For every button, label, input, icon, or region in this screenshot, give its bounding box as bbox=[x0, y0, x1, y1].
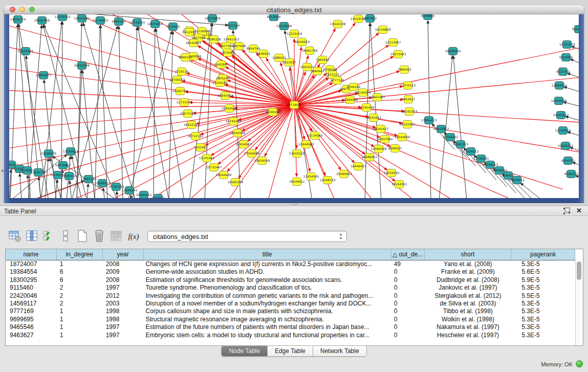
tab-edge-table[interactable]: Edge Table bbox=[268, 346, 313, 356]
cell-name: 9777169 bbox=[6, 308, 57, 315]
show-column-icon[interactable] bbox=[25, 229, 39, 244]
svg-text:16449437: 16449437 bbox=[351, 164, 366, 168]
svg-text:15953112: 15953112 bbox=[553, 113, 569, 117]
network-canvas[interactable]: 1405572420691406113705201065328715276002… bbox=[9, 14, 579, 198]
cell-name: 9465546 bbox=[6, 323, 57, 331]
table-row[interactable]: 911546021997Tourette syndrome. Phenomeno… bbox=[6, 284, 575, 292]
svg-text:20610355: 20610355 bbox=[18, 49, 34, 53]
table-header-row: namein_degreeyeartitle△ out_de...shortpa… bbox=[6, 249, 575, 260]
network-window-titlebar[interactable]: citations_edges.txt bbox=[4, 5, 584, 14]
cell-title: Changes of HCN gene expression and I(f) … bbox=[144, 260, 391, 268]
table-row[interactable]: 969969511998Structural magnetic resonanc… bbox=[6, 316, 575, 323]
svg-text:15485963: 15485963 bbox=[336, 172, 352, 176]
cell-out_de: 0 bbox=[391, 284, 425, 292]
svg-text:19218586: 19218586 bbox=[276, 24, 292, 28]
svg-text:9329966: 9329966 bbox=[559, 55, 573, 59]
panel-collapse-arrow-icon[interactable]: ◂ bbox=[0, 167, 4, 174]
cell-in_degree: 2 bbox=[57, 292, 103, 300]
table-settings-icon[interactable] bbox=[8, 229, 23, 244]
svg-text:20671510: 20671510 bbox=[180, 112, 196, 115]
tab-node-table[interactable]: Node Table bbox=[222, 346, 268, 356]
table-row[interactable]: 1456911722003Disruption of a novel membe… bbox=[6, 300, 575, 308]
cell-in_degree: 1 bbox=[57, 316, 103, 323]
row-options-icon[interactable] bbox=[59, 229, 73, 244]
import-table-icon-disabled bbox=[110, 229, 124, 244]
svg-text:10975887: 10975887 bbox=[55, 163, 71, 167]
column-header-name[interactable]: name bbox=[6, 249, 57, 260]
memory-status-indicator[interactable] bbox=[576, 360, 583, 367]
function-builder-icon[interactable]: f(x) bbox=[126, 229, 141, 244]
svg-text:10345312: 10345312 bbox=[558, 144, 574, 147]
cell-title: Estimation of the future numbers of pati… bbox=[144, 323, 391, 331]
svg-text:12505135: 12505135 bbox=[61, 174, 77, 178]
network-view-frame: 1405572420691406113705201065328715276002… bbox=[4, 14, 584, 203]
table-selector-dropdown[interactable]: citations_edges.txt ▲▼ bbox=[147, 231, 347, 242]
cell-in_degree: 6 bbox=[57, 276, 103, 284]
column-header-in_degree[interactable]: in_degree bbox=[57, 249, 103, 260]
close-panel-icon[interactable]: ✕ bbox=[576, 207, 582, 214]
svg-text:17244141: 17244141 bbox=[212, 81, 228, 84]
svg-text:15731447: 15731447 bbox=[206, 165, 222, 169]
table-scrollbar[interactable] bbox=[575, 260, 583, 345]
svg-text:8813054: 8813054 bbox=[267, 15, 281, 18]
column-header-pagerank[interactable]: pagerank bbox=[511, 249, 575, 260]
table-row[interactable]: 946362711997Embryonic stem cells: a mode… bbox=[6, 332, 575, 339]
table-scrollbar-thumb[interactable] bbox=[577, 261, 581, 280]
float-panel-icon[interactable] bbox=[563, 207, 571, 215]
svg-text:9146821: 9146821 bbox=[257, 52, 271, 55]
cell-name: 9115460 bbox=[6, 284, 57, 292]
svg-text:12048143: 12048143 bbox=[320, 178, 336, 182]
select-columns-icon[interactable] bbox=[42, 229, 56, 244]
svg-text:7557224: 7557224 bbox=[226, 24, 240, 27]
cell-out_de: 0 bbox=[391, 332, 425, 339]
cell-year: 2003 bbox=[103, 300, 144, 308]
cell-title: Investigating the contribution of common… bbox=[144, 292, 391, 300]
column-header-title[interactable]: title bbox=[144, 249, 391, 260]
svg-text:9245032: 9245032 bbox=[564, 172, 578, 176]
svg-text:8322037: 8322037 bbox=[282, 60, 296, 64]
cell-short: Wolkin et al. (1998) bbox=[425, 316, 512, 323]
svg-text:16640910: 16640910 bbox=[294, 40, 310, 43]
cell-short: Stergiakouli et al. (2012) bbox=[425, 292, 512, 300]
node-table: namein_degreeyeartitle△ out_de...shortpa… bbox=[5, 249, 583, 346]
svg-text:12226058: 12226058 bbox=[194, 29, 210, 33]
delete-table-icon[interactable] bbox=[93, 229, 107, 244]
table-row[interactable]: 977716911998Corpus callosum shape and si… bbox=[6, 308, 575, 315]
cell-out_de: 0 bbox=[391, 268, 425, 276]
svg-text:11629156: 11629156 bbox=[351, 17, 366, 20]
svg-text:12755431: 12755431 bbox=[473, 157, 489, 160]
table-row[interactable]: 1938455462009Genome-wide association stu… bbox=[6, 268, 575, 276]
table-row[interactable]: 1872400712008Changes of HCN gene express… bbox=[6, 260, 575, 268]
svg-text:1662615: 1662615 bbox=[300, 65, 314, 69]
dropdown-stepper-icon: ▲▼ bbox=[337, 232, 344, 240]
svg-text:9454102: 9454102 bbox=[561, 159, 575, 162]
svg-text:10654550: 10654550 bbox=[384, 171, 400, 174]
svg-text:20691406: 20691406 bbox=[34, 18, 50, 22]
svg-text:15751074: 15751074 bbox=[559, 42, 575, 46]
table-row[interactable]: 946554611997Estimation of the future num… bbox=[6, 323, 575, 331]
resize-grip-icon[interactable] bbox=[291, 204, 297, 206]
svg-text:9777169: 9777169 bbox=[331, 78, 344, 82]
table-selector-value: citations_edges.txt bbox=[153, 233, 208, 240]
svg-text:16154808: 16154808 bbox=[375, 28, 391, 31]
tab-network-table[interactable]: Network Table bbox=[313, 346, 366, 356]
column-header-short[interactable]: short bbox=[425, 249, 512, 260]
table-row[interactable]: 2242004622012Investigating the contribut… bbox=[6, 292, 575, 300]
new-table-icon[interactable] bbox=[76, 229, 90, 244]
table-row[interactable]: 1830029562008Estimation of significance … bbox=[6, 276, 575, 284]
cell-title: Genome-wide association studies in ADHD. bbox=[144, 268, 391, 276]
cell-in_degree: 1 bbox=[57, 323, 103, 331]
svg-text:2718176: 2718176 bbox=[175, 70, 189, 73]
svg-text:16164551: 16164551 bbox=[391, 182, 407, 186]
svg-text:12944543: 12944543 bbox=[298, 142, 314, 146]
svg-text:9227343: 9227343 bbox=[556, 70, 570, 73]
cell-year: 1997 bbox=[103, 323, 144, 331]
table-panel: Table Panel ✕ bbox=[0, 206, 588, 372]
cell-year: 2012 bbox=[103, 292, 144, 300]
cell-pagerank: 5.3E-5 bbox=[511, 332, 575, 339]
svg-text:10953817: 10953817 bbox=[433, 127, 449, 130]
column-header-out_de[interactable]: △ out_de... bbox=[391, 249, 425, 260]
column-header-year[interactable]: year bbox=[103, 249, 144, 260]
svg-text:9244502: 9244502 bbox=[151, 196, 165, 198]
cell-name: 22420046 bbox=[6, 292, 57, 300]
